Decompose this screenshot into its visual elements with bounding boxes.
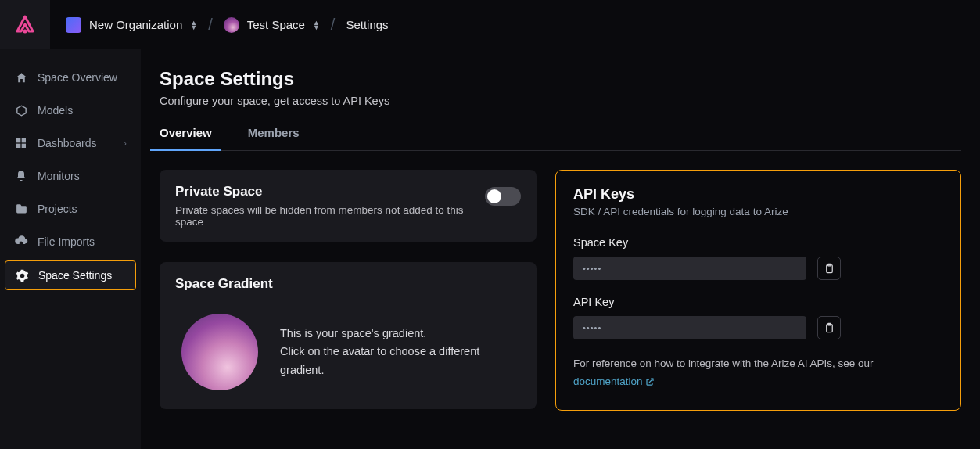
bell-icon bbox=[14, 169, 28, 183]
org-switcher-icon[interactable]: ▲▼ bbox=[190, 20, 197, 30]
gradient-avatar[interactable] bbox=[181, 314, 258, 390]
sidebar-item-space-settings[interactable]: Space Settings bbox=[5, 260, 136, 290]
sidebar-item-label: Dashboards bbox=[38, 137, 97, 149]
sidebar-item-label: Space Overview bbox=[38, 71, 117, 84]
logo[interactable] bbox=[0, 0, 50, 49]
svg-rect-4 bbox=[22, 144, 26, 148]
breadcrumb-org[interactable]: New Organization ▲▼ bbox=[66, 17, 197, 33]
private-space-card: Private Space Private spaces will be hid… bbox=[160, 170, 537, 242]
private-space-desc: Private spaces will be hidden from membe… bbox=[175, 204, 485, 228]
space-switcher-icon[interactable]: ▲▼ bbox=[313, 20, 320, 30]
clipboard-icon bbox=[824, 322, 835, 334]
tab-overview[interactable]: Overview bbox=[160, 126, 212, 150]
sidebar-item-label: File Imports bbox=[38, 235, 95, 248]
gradient-line-1: This is your space's gradient. bbox=[280, 325, 515, 343]
clipboard-icon bbox=[824, 263, 835, 275]
cube-icon bbox=[14, 103, 28, 117]
sidebar-item-monitors[interactable]: Monitors bbox=[5, 162, 136, 190]
api-key-label: API Key bbox=[573, 296, 943, 308]
space-key-value[interactable]: ••••• bbox=[573, 257, 806, 280]
breadcrumb-page-label: Settings bbox=[346, 18, 388, 31]
breadcrumb-space[interactable]: Test Space ▲▼ bbox=[224, 17, 320, 33]
breadcrumbs: New Organization ▲▼ / Test Space ▲▼ / Se… bbox=[50, 16, 389, 34]
sidebar-item-models[interactable]: Models bbox=[5, 96, 136, 124]
arize-logo-icon bbox=[14, 14, 36, 36]
copy-space-key-button[interactable] bbox=[817, 257, 841, 280]
sidebar-item-dashboards[interactable]: Dashboards › bbox=[5, 129, 136, 157]
sidebar-item-space-overview[interactable]: Space Overview bbox=[5, 63, 136, 92]
breadcrumb-separator-icon: / bbox=[208, 16, 213, 34]
page-title: Space Settings bbox=[160, 68, 961, 90]
chevron-right-icon: › bbox=[124, 138, 127, 148]
svg-rect-1 bbox=[16, 138, 20, 142]
space-gradient-title: Space Gradient bbox=[175, 276, 521, 292]
breadcrumb-space-label: Test Space bbox=[247, 18, 305, 31]
copy-api-key-button[interactable] bbox=[817, 316, 841, 339]
external-link-icon bbox=[645, 375, 655, 393]
private-space-toggle[interactable] bbox=[485, 187, 521, 206]
page-subtitle: Configure your space, get access to API … bbox=[160, 95, 961, 107]
main-content: Space Settings Configure your space, get… bbox=[141, 49, 980, 449]
svg-rect-3 bbox=[16, 144, 20, 148]
space-gradient-card: Space Gradient This is your space's grad… bbox=[160, 262, 537, 409]
gradient-instructions: This is your space's gradient. Click on … bbox=[280, 325, 515, 379]
api-key-value[interactable]: ••••• bbox=[573, 316, 806, 339]
sidebar-item-label: Space Settings bbox=[38, 269, 112, 282]
svg-rect-2 bbox=[22, 138, 26, 142]
toggle-knob-icon bbox=[487, 189, 501, 203]
private-space-title: Private Space bbox=[175, 184, 485, 199]
space-swatch-icon bbox=[224, 17, 239, 33]
svg-point-0 bbox=[23, 29, 27, 33]
cloud-upload-icon bbox=[14, 235, 28, 249]
api-keys-title: API Keys bbox=[573, 186, 943, 203]
api-foot-prefix: For reference on how to integrate with t… bbox=[573, 357, 873, 369]
gear-icon bbox=[15, 268, 29, 282]
sidebar-item-file-imports[interactable]: File Imports bbox=[5, 228, 136, 256]
sidebar-item-label: Models bbox=[38, 104, 73, 117]
header: New Organization ▲▼ / Test Space ▲▼ / Se… bbox=[0, 0, 980, 49]
breadcrumb-separator-icon: / bbox=[331, 16, 336, 34]
api-footer-text: For reference on how to integrate with t… bbox=[573, 355, 943, 393]
breadcrumb-org-label: New Organization bbox=[89, 18, 182, 31]
documentation-link[interactable]: documentation bbox=[573, 375, 655, 387]
sidebar-item-label: Projects bbox=[38, 203, 77, 215]
tabs: Overview Members bbox=[160, 126, 961, 151]
tab-members[interactable]: Members bbox=[248, 126, 300, 150]
gradient-line-2: Click on the avatar to choose a differen… bbox=[280, 343, 515, 379]
org-swatch-icon bbox=[66, 17, 81, 33]
space-key-label: Space Key bbox=[573, 236, 943, 249]
api-keys-card: API Keys SDK / API credentials for loggi… bbox=[555, 170, 961, 411]
sidebar-item-label: Monitors bbox=[38, 170, 80, 182]
api-keys-subtitle: SDK / API credentials for logging data t… bbox=[573, 206, 943, 217]
grid-icon bbox=[14, 136, 28, 150]
folder-icon bbox=[14, 202, 28, 216]
sidebar: Space Overview Models Dashboards › Monit… bbox=[0, 49, 141, 449]
sidebar-item-projects[interactable]: Projects bbox=[5, 195, 136, 223]
home-icon bbox=[14, 70, 28, 84]
